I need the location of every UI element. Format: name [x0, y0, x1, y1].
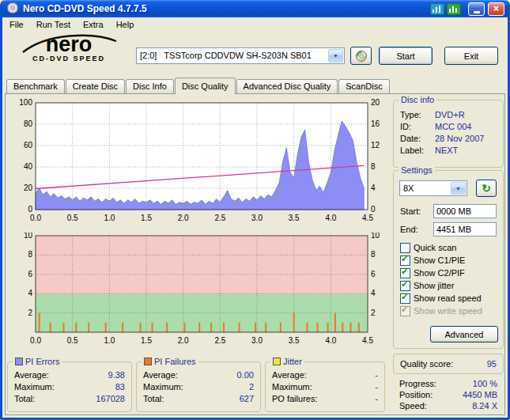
group-title: Settings	[401, 165, 433, 175]
close-button[interactable]: ×	[488, 2, 504, 16]
checkbox-show-c2-pif[interactable]: ✔Show C2/PIF	[400, 267, 500, 279]
tab-advanced-disc-quality[interactable]: Advanced Disc Quality	[236, 79, 338, 93]
field-label: Date:	[400, 134, 435, 146]
content-panel: 0204060801000481216200.00.51.01.52.02.53…	[5, 93, 505, 415]
svg-text:8: 8	[371, 162, 376, 171]
checkbox-show-read-speed[interactable]: ✔Show read speed	[400, 292, 500, 305]
quality-score-value: 95	[487, 359, 497, 369]
chevron-down-icon[interactable]: ▼	[328, 49, 343, 62]
svg-text:8: 8	[371, 250, 376, 259]
drive-tool-button[interactable]	[350, 47, 372, 65]
svg-text:6: 6	[371, 270, 376, 278]
svg-text:4: 4	[371, 184, 376, 192]
checkbox-label: Show C1/PIE	[414, 255, 465, 265]
group-title: Disc info	[401, 95, 434, 104]
svg-text:10: 10	[371, 233, 380, 240]
menu-help[interactable]: Help	[110, 18, 141, 31]
checkbox-box[interactable]: ✔	[400, 268, 410, 278]
pi-errors-stats-group: PI Errors Average:9.38Maximum:83Total:16…	[7, 361, 132, 412]
checkbox-box: ✔	[400, 306, 410, 316]
progress-label: Progress:	[399, 379, 436, 390]
end-input[interactable]: 4451 MB	[433, 222, 497, 236]
settings-group: Settings 8X ▼ ↻ Start: 0000 MB End: 4451…	[393, 170, 504, 349]
checkbox-box[interactable]: ✔	[400, 293, 410, 304]
chevron-down-icon[interactable]: ▼	[451, 182, 466, 195]
advanced-button[interactable]: Advanced	[430, 326, 498, 342]
stat-row-average: Average:0.00	[143, 370, 254, 382]
svg-text:2: 2	[371, 308, 376, 317]
svg-text:1.0: 1.0	[104, 336, 115, 345]
stat-row-po-failures: PO failures:-	[272, 394, 378, 406]
checkbox-show-c1-pie[interactable]: ✔Show C1/PIE	[400, 254, 500, 267]
disc-info-group: Disc info Type:DVD+RID:MCC 004Date:28 No…	[393, 100, 504, 168]
svg-text:0: 0	[28, 205, 32, 214]
app-window: Nero CD-DVD Speed 4.7.7.5 × FileRun Test…	[0, 0, 510, 420]
checkbox-show-jitter[interactable]: ✔Show jitter	[400, 279, 500, 292]
stat-value: 2	[249, 382, 254, 394]
jitter-legend-chip	[273, 358, 281, 365]
svg-text:10: 10	[24, 233, 33, 240]
titlebar[interactable]: Nero CD-DVD Speed 4.7.7.5 ×	[2, 0, 508, 17]
checkbox-show-write-speed: ✔Show write speed	[400, 305, 500, 317]
drive-select[interactable]: [2:0] TSSTcorp CDDVDW SH-S203N SB01 ▼	[136, 47, 345, 64]
check-icon: ✔	[401, 305, 408, 315]
svg-text:12: 12	[371, 141, 380, 149]
checkbox-label: Show read speed	[414, 293, 482, 303]
start-input[interactable]: 0000 MB	[433, 204, 497, 218]
svg-text:2.0: 2.0	[178, 336, 189, 345]
pi-errors-chart: 0204060801000481216200.00.51.01.52.02.53…	[7, 99, 390, 230]
group-title: Jitter	[283, 357, 302, 366]
tab-create-disc[interactable]: Create Disc	[66, 79, 125, 93]
svg-text:100: 100	[19, 99, 32, 107]
pi-failures-stats-group: PI Failures Average:0.00Maximum:2Total:6…	[136, 361, 261, 412]
jitter-stats-group: Jitter Average:-Maximum:-PO failures:-	[265, 361, 385, 412]
progress-row-position: Position:4450 MB	[393, 390, 504, 401]
checkbox-label: Show jitter	[414, 281, 454, 290]
tab-bar: BenchmarkCreate DiscDisc InfoDisc Qualit…	[2, 77, 508, 93]
tab-scandisc[interactable]: ScanDisc	[338, 79, 389, 93]
stat-label: Maximum:	[272, 382, 312, 394]
refresh-button[interactable]: ↻	[476, 180, 497, 197]
tab-disc-info[interactable]: Disc Info	[126, 79, 174, 93]
header: nero CD-DVD SPEED [2:0] TSSTcorp CDDVDW …	[2, 32, 508, 77]
refresh-icon: ↻	[482, 182, 491, 195]
checkbox-quick-scan[interactable]: Quick scan	[400, 241, 500, 254]
menu-run-test[interactable]: Run Test	[30, 18, 77, 31]
exit-button[interactable]: Exit	[444, 47, 498, 65]
stat-row-maximum: Maximum:-	[272, 382, 378, 394]
stat-row-total: Total:167028	[14, 394, 125, 406]
pi-failures-chart: 2468102468100.00.51.01.52.02.53.03.54.04…	[7, 233, 390, 350]
stat-label: Average:	[272, 370, 307, 382]
stat-value: -	[375, 394, 378, 406]
group-title: PI Errors	[25, 357, 59, 366]
stat-value: 9.38	[108, 370, 125, 382]
close-icon: ×	[493, 3, 499, 14]
checkbox-label: Show C2/PIF	[414, 268, 465, 278]
minimize-button[interactable]	[468, 2, 485, 16]
field-value: NEXT	[435, 146, 458, 157]
tab-benchmark[interactable]: Benchmark	[6, 79, 65, 93]
svg-text:3.0: 3.0	[251, 336, 263, 345]
checkbox-box[interactable]	[400, 243, 410, 253]
minimize-icon	[474, 11, 480, 13]
svg-text:8: 8	[28, 250, 32, 259]
stats-row: PI Errors Average:9.38Maximum:83Total:16…	[7, 361, 390, 412]
checkbox-box[interactable]: ✔	[400, 255, 410, 266]
svg-text:20: 20	[24, 184, 33, 192]
start-field-row: Start: 0000 MB	[400, 204, 497, 218]
quality-score-label: Quality score:	[400, 359, 453, 369]
svg-text:3.5: 3.5	[289, 336, 300, 345]
pi-errors-legend-chip	[15, 358, 23, 365]
tab-disc-quality[interactable]: Disc Quality	[175, 78, 236, 94]
titlebar-chart-icon-1[interactable]	[430, 3, 444, 15]
menu-file[interactable]: File	[3, 18, 30, 31]
stat-label: Average:	[143, 370, 178, 382]
svg-text:16: 16	[371, 119, 380, 128]
end-field-row: End: 4451 MB	[400, 222, 497, 236]
titlebar-chart-icon-2[interactable]	[447, 3, 461, 15]
stat-row-total: Total:627	[143, 394, 254, 406]
start-button[interactable]: Start	[379, 47, 433, 65]
menu-extra[interactable]: Extra	[77, 18, 110, 31]
checkbox-box[interactable]: ✔	[400, 281, 410, 291]
speed-select[interactable]: 8X ▼	[399, 180, 467, 196]
